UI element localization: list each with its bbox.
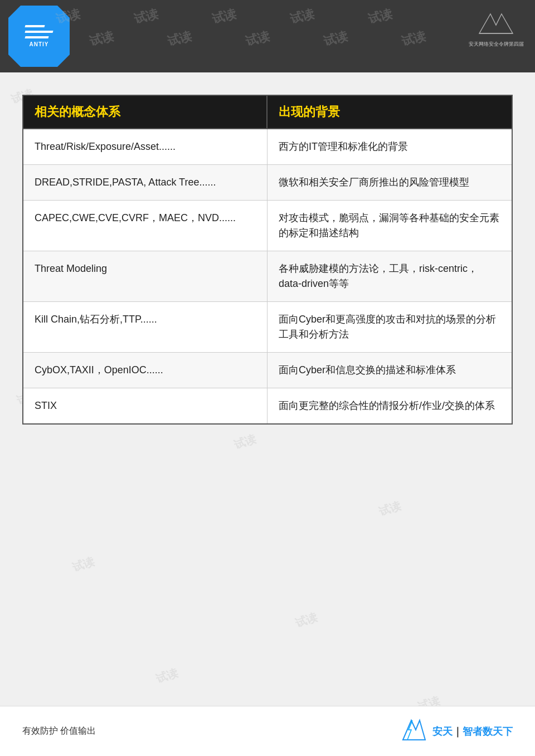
- concept-table: 相关的概念体系 出现的背景 Threat/Risk/Exposure/Asset…: [22, 95, 513, 425]
- footer-brand: 安天｜智者数天下: [400, 718, 513, 745]
- main-content: 相关的概念体系 出现的背景 Threat/Risk/Exposure/Asset…: [0, 72, 535, 436]
- table-row: Threat/Risk/Exposure/Asset...... 西方的IT管理…: [23, 129, 512, 165]
- right-logo-svg: [474, 8, 524, 39]
- row3-col2: 对攻击模式，脆弱点，漏洞等各种基础的安全元素的标定和描述结构: [268, 201, 512, 251]
- col2-header: 出现的背景: [268, 96, 512, 129]
- footer-tagline: 有效防护 价值输出: [22, 725, 96, 737]
- row3-col1: CAPEC,CWE,CVE,CVRF，MAEC，NVD......: [23, 201, 268, 251]
- row6-col2: 面向Cyber和信息交换的描述和标准体系: [268, 353, 512, 388]
- wm-h10: 试读: [400, 28, 427, 50]
- brand-name: 安天: [432, 726, 453, 737]
- row4-col2: 各种威胁建模的方法论，工具，risk-centric，data-driven等等: [268, 251, 512, 301]
- header: ANTIY 试读 试读 试读 试读 试读 试读 试读 试读 试读 试读 安天网络…: [0, 0, 535, 72]
- row1-col2: 西方的IT管理和标准化的背景: [268, 129, 512, 164]
- col1-header: 相关的概念体系: [23, 96, 268, 129]
- row5-col1: Kill Chain,钻石分析,TTP......: [23, 302, 268, 352]
- row2-col2: 微软和相关安全厂商所推出的风险管理模型: [268, 165, 512, 200]
- wm-h9: 试读: [322, 28, 349, 50]
- antiy-logo: ANTIY: [8, 6, 70, 67]
- pwm-14: 试读: [154, 665, 181, 687]
- row5-col2: 面向Cyber和更高强度的攻击和对抗的场景的分析工具和分析方法: [268, 302, 512, 352]
- footer: 有效防护 价值输出 安天｜智者数天下: [0, 706, 535, 756]
- logo-line-2: [25, 31, 53, 33]
- svg-marker-2: [403, 720, 425, 740]
- wm-h4: 试读: [288, 6, 316, 28]
- header-subtitle: 安天网络安全令牌第四届: [469, 41, 524, 48]
- logo-graphic: [25, 25, 53, 38]
- header-right-logo: 安天网络安全令牌第四届: [469, 8, 524, 48]
- table-header: 相关的概念体系 出现的背景: [23, 96, 512, 129]
- pwm-13: 试读: [294, 609, 320, 631]
- logo-text: ANTIY: [30, 41, 49, 47]
- row1-col1: Threat/Risk/Exposure/Asset......: [23, 129, 268, 164]
- footer-logo-svg: [400, 718, 428, 745]
- wm-h3: 试读: [210, 6, 238, 28]
- wm-h7: 试读: [166, 28, 193, 50]
- wm-h2: 试读: [132, 6, 160, 28]
- table-row: STIX 面向更完整的综合性的情报分析/作业/交换的体系: [23, 388, 512, 423]
- logo-line-3: [25, 36, 48, 38]
- table-row: Kill Chain,钻石分析,TTP...... 面向Cyber和更高强度的攻…: [23, 302, 512, 353]
- pwm-11: 试读: [377, 498, 403, 520]
- table-row: DREAD,STRIDE,PASTA, Attack Tree...... 微软…: [23, 165, 512, 201]
- footer-brand-text: 安天｜智者数天下: [432, 725, 513, 738]
- row6-col1: CybOX,TAXII，OpenIOC......: [23, 353, 268, 388]
- logo-line-1: [25, 25, 45, 27]
- wm-h8: 试读: [244, 28, 271, 50]
- header-watermarks: 试读 试读 试读 试读 试读 试读 试读 试读 试读 试读: [0, 0, 535, 72]
- wm-h6: 试读: [87, 28, 115, 50]
- table-row: Threat Modeling 各种威胁建模的方法论，工具，risk-centr…: [23, 251, 512, 302]
- table-row: CAPEC,CWE,CVE,CVRF，MAEC，NVD...... 对攻击模式，…: [23, 201, 512, 251]
- wm-h5: 试读: [366, 6, 394, 28]
- row7-col2: 面向更完整的综合性的情报分析/作业/交换的体系: [268, 388, 512, 423]
- pwm-12: 试读: [71, 554, 97, 575]
- row7-col1: STIX: [23, 388, 268, 423]
- row4-col1: Threat Modeling: [23, 251, 268, 301]
- row2-col1: DREAD,STRIDE,PASTA, Attack Tree......: [23, 165, 268, 200]
- svg-marker-0: [479, 14, 513, 33]
- brand-suffix: 智者数天下: [463, 726, 513, 737]
- table-row: CybOX,TAXII，OpenIOC...... 面向Cyber和信息交换的描…: [23, 353, 512, 388]
